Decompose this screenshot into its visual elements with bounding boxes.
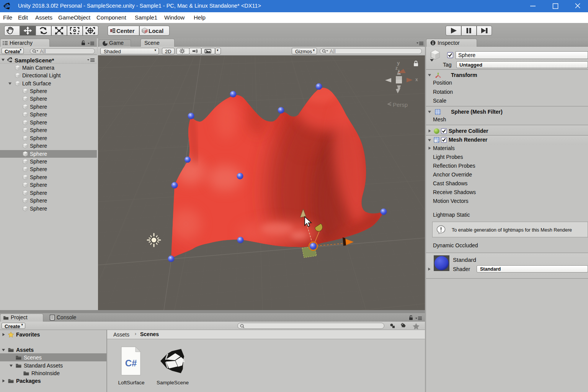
svg-text:C#: C#: [125, 358, 137, 368]
svg-text:y: y: [397, 60, 400, 66]
svg-text:Persp: Persp: [393, 101, 408, 108]
svg-text:x: x: [415, 77, 418, 82]
svg-text:z: z: [395, 65, 398, 71]
